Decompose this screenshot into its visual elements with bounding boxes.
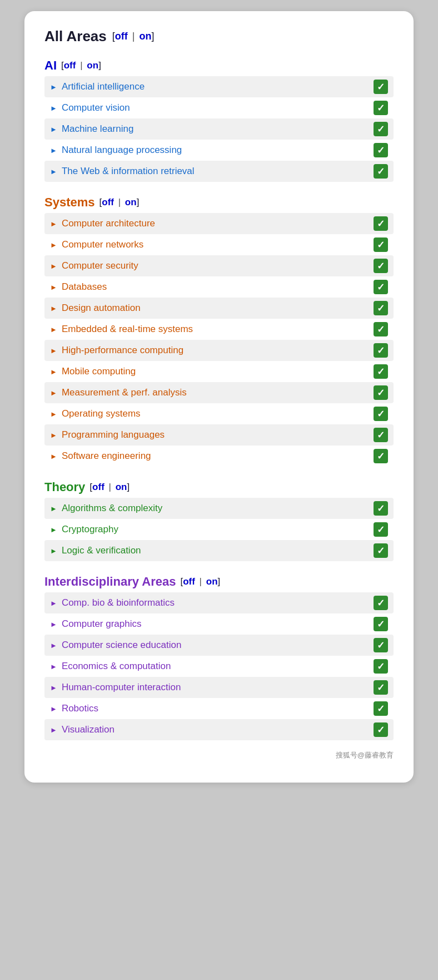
- section-systems-off[interactable]: off: [102, 197, 114, 207]
- checkbox-checked[interactable]: [374, 407, 388, 421]
- triangle-icon: ►: [50, 705, 57, 712]
- list-item[interactable]: ► Human-computer interaction: [44, 677, 394, 698]
- section-theory-off[interactable]: off: [92, 482, 104, 492]
- list-item[interactable]: ► Visualization: [44, 719, 394, 740]
- list-item[interactable]: ► Mobile computing: [44, 361, 394, 382]
- list-item[interactable]: ► Cryptography: [44, 519, 394, 540]
- checkbox-checked[interactable]: [374, 101, 388, 115]
- item-label: Mobile computing: [62, 366, 136, 377]
- item-left: ► Software engineering: [50, 451, 151, 462]
- section-toggles-systems: [off | on]: [99, 197, 140, 208]
- list-item[interactable]: ► Computer vision: [44, 97, 394, 118]
- triangle-icon: ►: [50, 305, 57, 312]
- checkbox-checked[interactable]: [374, 617, 388, 631]
- triangle-icon: ►: [50, 663, 57, 670]
- item-label: Economics & computation: [62, 661, 171, 672]
- list-item[interactable]: ► Computer security: [44, 255, 394, 276]
- section-ai-off[interactable]: off: [64, 60, 76, 71]
- list-item[interactable]: ► Logic & verification: [44, 540, 394, 561]
- triangle-icon: ►: [50, 726, 57, 734]
- item-label: Computer networks: [62, 239, 143, 250]
- checkbox-checked[interactable]: [374, 259, 388, 273]
- section-header-theory: Theory [off | on]: [44, 480, 394, 494]
- triangle-icon: ►: [50, 368, 57, 375]
- item-left: ► Economics & computation: [50, 661, 171, 672]
- checkbox-checked[interactable]: [374, 237, 388, 252]
- item-label: Logic & verification: [62, 545, 141, 556]
- checkbox-checked[interactable]: [374, 301, 388, 315]
- item-left: ► Operating systems: [50, 408, 141, 419]
- checkbox-checked[interactable]: [374, 428, 388, 442]
- list-item[interactable]: ► Artificial intelligence: [44, 76, 394, 97]
- item-label: Design automation: [62, 303, 141, 314]
- item-label: Computer science education: [62, 640, 181, 651]
- all-areas-off[interactable]: off: [115, 31, 128, 42]
- checkbox-checked[interactable]: [374, 364, 388, 379]
- all-areas-sep: |: [132, 31, 135, 42]
- list-item[interactable]: ► Comp. bio & bioinformatics: [44, 592, 394, 613]
- checkbox-checked[interactable]: [374, 343, 388, 358]
- section-ai-on[interactable]: on: [87, 60, 98, 71]
- item-label: Computer security: [62, 260, 138, 271]
- section-systems-on[interactable]: on: [125, 197, 137, 207]
- triangle-icon: ►: [50, 241, 57, 249]
- item-label: Computer graphics: [62, 618, 142, 630]
- checkbox-checked[interactable]: [374, 722, 388, 737]
- checkbox-checked[interactable]: [374, 122, 388, 136]
- triangle-icon: ►: [50, 453, 57, 460]
- triangle-icon: ►: [50, 389, 57, 397]
- list-item[interactable]: ► Software engineering: [44, 446, 394, 467]
- checkbox-checked[interactable]: [374, 164, 388, 179]
- checkbox-checked[interactable]: [374, 701, 388, 716]
- checkbox-checked[interactable]: [374, 638, 388, 652]
- list-item[interactable]: ► Databases: [44, 276, 394, 298]
- section-header-systems: Systems [off | on]: [44, 195, 394, 210]
- items-list-interdisciplinary: ► Comp. bio & bioinformatics ► Computer …: [44, 592, 394, 740]
- checkbox-checked[interactable]: [374, 280, 388, 294]
- checkbox-checked[interactable]: [374, 659, 388, 674]
- item-left: ► Machine learning: [50, 123, 133, 135]
- checkbox-checked[interactable]: [374, 385, 388, 400]
- list-item[interactable]: ► Computer architecture: [44, 213, 394, 234]
- checkbox-checked[interactable]: [374, 596, 388, 610]
- section-interdisciplinary-on[interactable]: on: [206, 576, 218, 587]
- list-item[interactable]: ► Computer networks: [44, 234, 394, 255]
- list-item[interactable]: ► High-performance computing: [44, 340, 394, 361]
- checkbox-checked[interactable]: [374, 80, 388, 94]
- list-item[interactable]: ► Algorithms & complexity: [44, 498, 394, 519]
- list-item[interactable]: ► Programming languages: [44, 424, 394, 446]
- checkbox-checked[interactable]: [374, 680, 388, 695]
- section-interdisciplinary-off[interactable]: off: [183, 576, 195, 587]
- list-item[interactable]: ► Embedded & real-time systems: [44, 319, 394, 340]
- item-left: ► Computer architecture: [50, 218, 155, 229]
- list-item[interactable]: ► Measurement & perf. analysis: [44, 382, 394, 403]
- item-left: ► Measurement & perf. analysis: [50, 387, 187, 398]
- triangle-icon: ►: [50, 326, 57, 333]
- list-item[interactable]: ► Computer graphics: [44, 613, 394, 635]
- list-item[interactable]: ► The Web & information retrieval: [44, 161, 394, 182]
- item-label: Programming languages: [62, 429, 165, 440]
- checkbox-checked[interactable]: [374, 143, 388, 157]
- list-item[interactable]: ► Natural language processing: [44, 140, 394, 161]
- list-item[interactable]: ► Computer science education: [44, 635, 394, 656]
- checkbox-checked[interactable]: [374, 501, 388, 516]
- item-label: Artificial intelligence: [62, 81, 145, 92]
- item-label: Databases: [62, 281, 107, 293]
- checkbox-checked[interactable]: [374, 522, 388, 537]
- triangle-icon: ►: [50, 505, 57, 512]
- item-label: Software engineering: [62, 451, 151, 462]
- item-left: ► Human-computer interaction: [50, 682, 181, 693]
- list-item[interactable]: ► Machine learning: [44, 118, 394, 140]
- checkbox-checked[interactable]: [374, 449, 388, 463]
- list-item[interactable]: ► Operating systems: [44, 403, 394, 424]
- list-item[interactable]: ► Economics & computation: [44, 656, 394, 677]
- checkbox-checked[interactable]: [374, 216, 388, 231]
- checkbox-checked[interactable]: [374, 543, 388, 558]
- list-item[interactable]: ► Robotics: [44, 698, 394, 719]
- section-ai-sep: |: [80, 60, 82, 71]
- all-areas-on[interactable]: on: [139, 31, 151, 42]
- item-left: ► Programming languages: [50, 429, 165, 440]
- list-item[interactable]: ► Design automation: [44, 298, 394, 319]
- section-theory-on[interactable]: on: [116, 482, 127, 492]
- checkbox-checked[interactable]: [374, 322, 388, 336]
